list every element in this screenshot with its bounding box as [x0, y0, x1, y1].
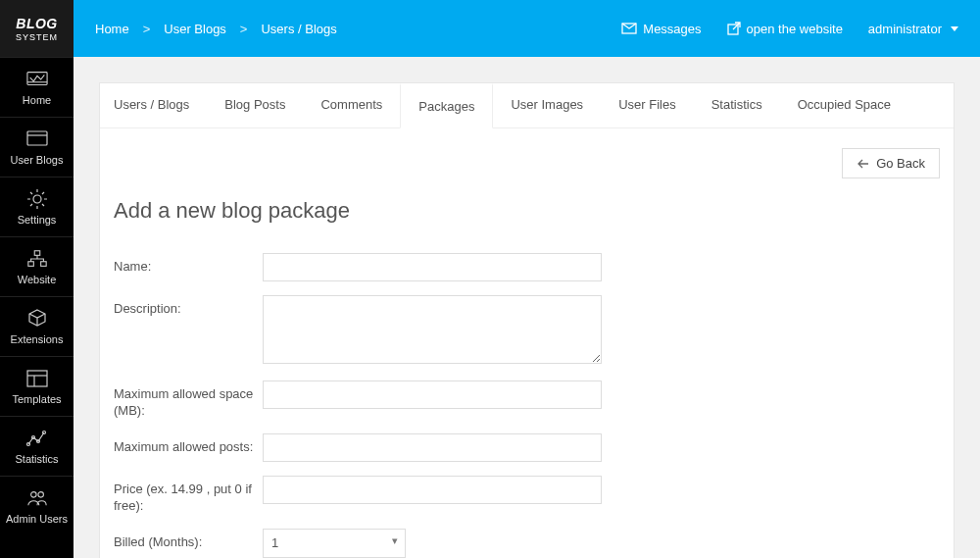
chevron-down-icon: [951, 26, 958, 31]
content: Users / Blogs Blog Posts Comments Packag…: [74, 57, 980, 558]
sidebar-item-settings[interactable]: Settings: [0, 177, 74, 236]
messages-label: Messages: [643, 22, 701, 36]
svg-rect-5: [34, 251, 40, 256]
sidebar-label: Home: [23, 94, 51, 106]
maxspace-label: Maximum allowed space (MB):: [114, 380, 263, 420]
open-website-link[interactable]: open the website: [727, 22, 843, 36]
layout-icon: [26, 368, 48, 389]
billed-select[interactable]: 1: [263, 529, 406, 558]
tab-comments[interactable]: Comments: [303, 83, 400, 127]
breadcrumb-item[interactable]: Home: [95, 22, 129, 36]
window-icon: [26, 128, 48, 150]
tab-user-images[interactable]: User Images: [493, 83, 601, 127]
tab-occupied-space[interactable]: Occupied Space: [780, 83, 908, 127]
user-label: administrator: [868, 22, 942, 36]
breadcrumb-sep: >: [143, 22, 151, 36]
billed-label: Billed (Months):: [114, 529, 263, 551]
maxspace-input[interactable]: [263, 380, 602, 409]
envelope-icon: [621, 23, 637, 34]
sidebar-item-user-blogs[interactable]: User Blogs: [0, 117, 74, 177]
sidebar-label: Admin Users: [6, 513, 68, 525]
back-arrow-icon: [857, 158, 870, 170]
topbar: Home > User Blogs > Users / Blogs Messag…: [74, 0, 980, 57]
tab-packages[interactable]: Packages: [400, 83, 493, 128]
sidebar-label: Templates: [12, 393, 61, 405]
go-back-label: Go Back: [876, 156, 925, 171]
sitemap-icon: [26, 248, 48, 270]
tab-bar: Users / Blogs Blog Posts Comments Packag…: [100, 83, 954, 128]
name-input[interactable]: [263, 253, 602, 281]
external-link-icon: [727, 22, 741, 35]
messages-link[interactable]: Messages: [621, 22, 701, 36]
svg-point-16: [37, 492, 42, 498]
price-label: Price (ex. 14.99 , put 0 if free):: [114, 476, 263, 515]
panel-body: Go Back Add a new blog package Name: Des…: [100, 128, 954, 558]
sidebar-item-website[interactable]: Website: [0, 236, 74, 296]
sidebar-item-templates[interactable]: Templates: [0, 356, 74, 416]
user-menu[interactable]: administrator: [868, 22, 958, 36]
breadcrumb-item[interactable]: Users / Blogs: [261, 22, 336, 36]
open-website-label: open the website: [747, 22, 843, 36]
sidebar-label: Extensions: [11, 333, 64, 345]
main-area: Home > User Blogs > Users / Blogs Messag…: [74, 0, 980, 558]
sidebar-label: User Blogs: [11, 154, 64, 166]
topbar-right: Messages open the website administrator: [621, 22, 958, 36]
svg-rect-8: [27, 371, 47, 386]
maxposts-input[interactable]: [263, 433, 602, 462]
brand-logo: BLOG SYSTEM: [0, 0, 74, 57]
tab-statistics[interactable]: Statistics: [694, 83, 780, 127]
sidebar-item-statistics[interactable]: Statistics: [0, 416, 74, 476]
sidebar-item-home[interactable]: Home: [0, 57, 74, 117]
svg-point-15: [30, 492, 35, 498]
go-back-button[interactable]: Go Back: [842, 148, 940, 178]
sidebar-label: Website: [18, 274, 57, 285]
cube-icon: [26, 308, 48, 330]
sidebar-item-admin-users[interactable]: Admin Users: [0, 476, 74, 535]
gear-icon: [26, 188, 48, 210]
svg-rect-2: [27, 131, 47, 145]
breadcrumb: Home > User Blogs > Users / Blogs: [95, 22, 337, 36]
description-label: Description:: [114, 295, 263, 318]
breadcrumb-sep: >: [240, 22, 248, 36]
description-textarea[interactable]: [263, 295, 602, 364]
panel: Users / Blogs Blog Posts Comments Packag…: [99, 82, 955, 558]
tab-blog-posts[interactable]: Blog Posts: [207, 83, 303, 127]
home-icon: [26, 69, 48, 90]
price-input[interactable]: [263, 476, 602, 504]
brand-line1: BLOG: [16, 16, 57, 31]
svg-point-4: [33, 195, 41, 203]
tab-users-blogs[interactable]: Users / Blogs: [100, 83, 207, 127]
svg-rect-7: [40, 262, 45, 267]
name-label: Name:: [114, 253, 263, 276]
sidebar-label: Statistics: [15, 453, 58, 465]
maxposts-label: Maximum allowed posts:: [114, 433, 263, 456]
sidebar: BLOG SYSTEM Home User Blogs Settings: [0, 0, 74, 558]
sidebar-label: Settings: [18, 214, 57, 226]
svg-rect-6: [27, 262, 32, 267]
users-icon: [26, 487, 48, 509]
tab-user-files[interactable]: User Files: [601, 83, 694, 127]
brand-line2: SYSTEM: [16, 32, 58, 42]
sidebar-item-extensions[interactable]: Extensions: [0, 296, 74, 356]
stats-icon: [26, 428, 48, 449]
page-title: Add a new blog package: [114, 198, 940, 224]
breadcrumb-item[interactable]: User Blogs: [164, 22, 226, 36]
